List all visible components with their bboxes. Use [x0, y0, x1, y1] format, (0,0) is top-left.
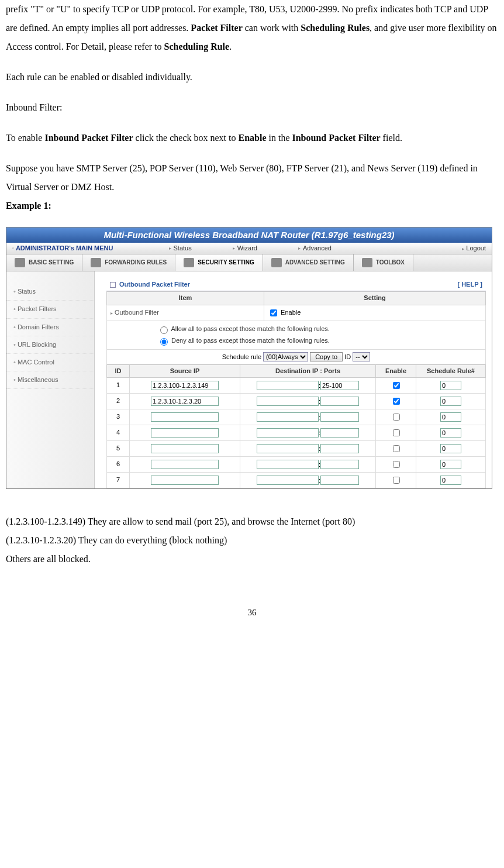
dest-ip-input[interactable] [257, 381, 319, 390]
sidebar-item-packet-filters[interactable]: Packet Filters [6, 301, 94, 318]
rules-col-id: ID [107, 364, 130, 377]
rule-id: 1 [107, 377, 130, 393]
table-row: 3: [107, 409, 486, 425]
dest-port-input[interactable] [320, 412, 359, 422]
menu-logout[interactable]: ▸ Logout [462, 244, 486, 252]
after-para-3: Others are all blocked. [6, 550, 498, 569]
sidebar-item-url-blocking[interactable]: URL Blocking [6, 336, 94, 354]
arrow-icon: ▸ [233, 246, 235, 252]
after-para-1: (1.2.3.100-1.2.3.149) They are allow to … [6, 512, 498, 531]
config-table: Item Setting ▸ Outbound Filter Enable Al… [106, 291, 486, 364]
paragraph-inbound-label: Inbound Filter: [6, 98, 498, 117]
rules-table: ID Source IP Destination IP : Ports Enab… [106, 364, 486, 488]
menu-wizard[interactable]: ▸Wizard [233, 244, 257, 252]
schedule-rule-input[interactable] [440, 428, 461, 438]
dest-port-input[interactable] [320, 397, 359, 406]
source-ip-input[interactable] [151, 476, 219, 485]
dest-port-input[interactable] [320, 428, 359, 438]
menu-status[interactable]: ▸Status [169, 244, 192, 252]
table-row: 5: [107, 440, 486, 456]
rules-col-enable: Enable [376, 364, 416, 377]
rules-col-source: Source IP [130, 364, 240, 377]
id-select[interactable]: -- [353, 352, 370, 361]
help-link[interactable]: [ HELP ] [457, 281, 482, 288]
rule-id: 5 [107, 440, 130, 456]
page-number: 36 [6, 604, 498, 621]
source-ip-input[interactable] [151, 428, 219, 438]
arrow-icon: ▸ [111, 311, 113, 316]
table-row: 1: [107, 377, 486, 393]
dest-ip-input[interactable] [257, 412, 319, 422]
schedule-rule-input[interactable] [440, 460, 461, 469]
admin-menu-label: ADMINISTRATOR's MAIN MENU [16, 244, 113, 252]
schedule-rule-input[interactable] [440, 412, 461, 422]
arrow-icon: ▸ [169, 246, 171, 252]
schedule-rule-input[interactable] [440, 381, 461, 390]
dest-port-input[interactable] [320, 381, 359, 390]
outbound-filter-label: Outbound Filter [115, 309, 159, 316]
square-icon: ▫ [12, 246, 14, 252]
tabs-bar: BASIC SETTING FORWARDING RULES SECURITY … [6, 254, 492, 271]
dest-port-input[interactable] [320, 460, 359, 469]
menu-advanced[interactable]: ▸Advanced [298, 244, 332, 252]
sidebar-item-domain-filters[interactable]: Domain Filters [6, 319, 94, 336]
dest-ip-input[interactable] [257, 476, 319, 485]
schedule-rule-input[interactable] [440, 476, 461, 485]
sidebar-item-status[interactable]: Status [6, 283, 94, 301]
router-screenshot: Multi-Functional Wireless Broadband NAT … [6, 227, 492, 489]
rules-col-sched: Schedule Rule# [416, 364, 486, 377]
rule-enable-checkbox[interactable] [393, 461, 400, 468]
tab-security-setting[interactable]: SECURITY SETTING [175, 254, 263, 271]
tab-forwarding-rules[interactable]: FORWARDING RULES [82, 254, 175, 271]
source-ip-input[interactable] [151, 412, 219, 422]
table-row: 6: [107, 456, 486, 472]
content-panel: Outbound Packet Filter [ HELP ] Item Set… [95, 271, 492, 488]
radio-allow[interactable] [160, 326, 168, 334]
rule-enable-checkbox[interactable] [393, 445, 400, 452]
rules-col-dest: Destination IP : Ports [240, 364, 376, 377]
tab-toolbox[interactable]: TOOLBOX [354, 254, 413, 271]
copy-to-button[interactable]: Copy to [310, 352, 343, 361]
rule-enable-checkbox[interactable] [393, 477, 400, 484]
radio-deny[interactable] [160, 338, 168, 346]
schedule-rule-label: Schedule rule [222, 353, 261, 360]
main-menu-bar: ▫ ADMINISTRATOR's MAIN MENU ▸Status ▸Wiz… [6, 243, 492, 254]
tab-advanced-setting[interactable]: ADVANCED SETTING [263, 254, 354, 271]
dest-port-input[interactable] [320, 476, 359, 485]
window-titlebar: Multi-Functional Wireless Broadband NAT … [6, 228, 492, 243]
rule-enable-checkbox[interactable] [393, 382, 400, 389]
dest-ip-input[interactable] [257, 428, 319, 438]
enable-checkbox[interactable] [270, 309, 277, 316]
rule-enable-checkbox[interactable] [393, 414, 400, 421]
tab-basic-setting[interactable]: BASIC SETTING [6, 254, 82, 271]
col-item: Item [107, 292, 264, 305]
sidebar-item-mac-control[interactable]: MAC Control [6, 354, 94, 371]
rule-enable-checkbox[interactable] [393, 398, 400, 405]
source-ip-input[interactable] [151, 397, 219, 406]
paragraph-enable-disable: Each rule can be enabled or disabled ind… [6, 68, 498, 87]
after-para-2: (1.2.3.10-1.2.3.20) They can do everythi… [6, 531, 498, 550]
schedule-rule-select[interactable]: (00)Always [263, 352, 308, 361]
source-ip-input[interactable] [151, 460, 219, 469]
sidebar: Status Packet Filters Domain Filters URL… [6, 271, 95, 488]
paragraph-port-prefix: prefix "T" or "U" to specify TCP or UDP … [6, 0, 498, 56]
dest-ip-input[interactable] [257, 460, 319, 469]
dest-port-input[interactable] [320, 444, 359, 453]
toolbox-icon [362, 258, 372, 267]
arrow-icon: ▸ [462, 246, 464, 252]
dest-ip-input[interactable] [257, 397, 319, 406]
dest-ip-input[interactable] [257, 444, 319, 453]
paragraph-suppose: Suppose you have SMTP Server (25), POP S… [6, 159, 498, 197]
advanced-icon [271, 258, 282, 267]
schedule-rule-input[interactable] [440, 397, 461, 406]
rule-enable-checkbox[interactable] [393, 429, 400, 436]
basic-icon [15, 258, 25, 267]
sidebar-item-miscellaneous[interactable]: Miscellaneous [6, 371, 94, 389]
paragraph-enable-inbound: To enable Inbound Packet Filter click th… [6, 129, 498, 147]
source-ip-input[interactable] [151, 381, 219, 390]
table-row: 7: [107, 472, 486, 488]
rule-id: 4 [107, 425, 130, 440]
security-icon [184, 258, 194, 267]
source-ip-input[interactable] [151, 444, 219, 453]
schedule-rule-input[interactable] [440, 444, 461, 453]
